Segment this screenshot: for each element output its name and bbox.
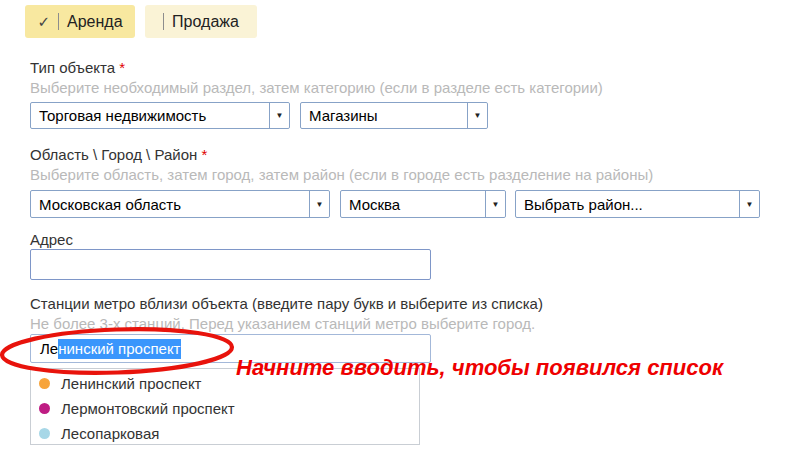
tab-sale-label: Продажа (172, 13, 239, 31)
metro-input-selected-text: нинский проспект (58, 339, 180, 359)
category-select-value: Магазины (301, 103, 467, 128)
tab-rent[interactable]: ✓ Аренда (25, 5, 135, 38)
dropdown-arrow-icon: ▼ (485, 191, 505, 217)
location-hint: Выберите область, затем город, затем рай… (30, 166, 653, 183)
listing-form: ✓ Аренда Продажа Тип объекта * Выберите … (0, 0, 788, 451)
tab-sale[interactable]: Продажа (145, 5, 257, 38)
metro-suggestion-label: Лермонтовский проспект (61, 400, 235, 417)
section-select[interactable]: Торговая недвижимость ▼ (30, 102, 290, 129)
address-label: Адрес (30, 231, 73, 248)
check-icon: ✓ (37, 14, 50, 29)
category-select[interactable]: Магазины ▼ (300, 102, 488, 129)
handwritten-note: Начните вводить, чтобы появился список (236, 355, 723, 381)
metro-line-color-dot (39, 378, 50, 389)
tab-separator (58, 13, 59, 30)
city-select[interactable]: Москва ▼ (340, 190, 506, 218)
district-select[interactable]: Выбрать район... ▼ (515, 190, 760, 218)
region-select-value: Московская область (31, 191, 309, 217)
location-label: Область \ Город \ Район * (30, 146, 207, 163)
metro-suggestion-item[interactable]: Лесопарковая (31, 421, 419, 446)
object-type-hint: Выберите необходимый раздел, затем катег… (30, 79, 603, 96)
metro-line-color-dot (39, 403, 50, 414)
region-select[interactable]: Московская область ▼ (30, 190, 330, 218)
metro-line-color-dot (39, 428, 50, 439)
required-asterisk: * (201, 146, 207, 163)
dropdown-arrow-icon: ▼ (739, 191, 759, 217)
tab-rent-label: Аренда (67, 13, 123, 31)
location-label-text: Область \ Город \ Район (30, 146, 197, 163)
object-type-label-text: Тип объекта (30, 59, 115, 76)
metro-hint: Не более 3-х станций. Перед указанием ст… (30, 315, 535, 332)
section-select-value: Торговая недвижимость (31, 103, 269, 128)
dropdown-arrow-icon: ▼ (309, 191, 329, 217)
object-type-label: Тип объекта * (30, 59, 125, 76)
metro-label: Станции метро вблизи объекта (введите па… (30, 295, 543, 312)
metro-suggestion-label: Ленинский проспект (61, 375, 202, 392)
address-input[interactable] (30, 249, 431, 280)
tab-separator (163, 13, 164, 30)
city-select-value: Москва (341, 191, 485, 217)
metro-suggestion-label: Лесопарковая (61, 425, 159, 442)
required-asterisk: * (119, 59, 125, 76)
district-select-value: Выбрать район... (516, 191, 739, 217)
metro-suggestion-item[interactable]: Лермонтовский проспект (31, 396, 419, 421)
dropdown-arrow-icon: ▼ (467, 103, 487, 128)
dropdown-arrow-icon: ▼ (269, 103, 289, 128)
metro-input-typed-text: Ле (40, 340, 58, 357)
